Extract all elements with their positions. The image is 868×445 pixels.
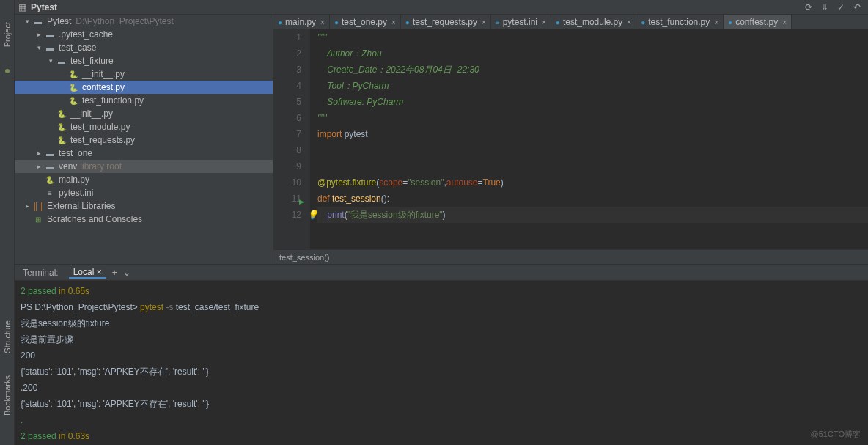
close-icon[interactable]: × (627, 18, 631, 26)
close-icon[interactable]: × (542, 18, 546, 26)
tree-item-label: test_function.py (82, 95, 144, 106)
gutter-line[interactable]: 12 (273, 207, 301, 223)
chevron-icon[interactable]: ▾ (49, 57, 56, 65)
python-file-icon: 🐍 (56, 122, 67, 132)
chevron-icon[interactable]: ▸ (37, 150, 45, 157)
close-icon[interactable]: × (782, 18, 787, 26)
tree-item-label: test_requests.py (70, 135, 135, 145)
rail-structure[interactable]: Structure (3, 320, 12, 353)
folder-icon: ▦ (18, 2, 26, 12)
code-line[interactable]: Tool：PyCharm (317, 78, 868, 94)
gutter-line[interactable]: 7 (273, 126, 301, 142)
tree-item-test_case[interactable]: ▾▬test_case (15, 41, 273, 54)
main-area: ▦ Pytest ⟳ ⇩ ✓ ↶ ▾▬PytestD:\Python_Proje… (15, 0, 868, 445)
chevron-icon[interactable]: ▸ (37, 31, 45, 38)
code-line[interactable] (317, 158, 868, 174)
code-line[interactable]: Author：Zhou (317, 45, 868, 62)
code-line[interactable]: 💡 print("我是session级的fixture") (317, 207, 868, 223)
gutter-line[interactable]: 2 (273, 45, 301, 62)
chevron-icon[interactable]: ▸ (26, 202, 33, 210)
code-line[interactable]: Software: PyCharm (317, 94, 868, 110)
close-icon[interactable]: × (320, 18, 325, 26)
tab-test_function-py[interactable]: ●test_function.py× (636, 15, 724, 29)
tab-test_one-py[interactable]: ●test_one.py× (330, 15, 401, 29)
lightbulb-icon[interactable]: 💡 (307, 207, 318, 223)
commit-icon[interactable]: ✓ (837, 2, 845, 12)
tree-item-Pytest[interactable]: ▾▬PytestD:\Python_Project\Pytest (15, 15, 273, 28)
folder-icon: ▬ (33, 16, 43, 26)
tab-pytest-ini[interactable]: ≡pytest.ini× (491, 15, 551, 29)
chevron-icon[interactable]: ▾ (37, 44, 45, 51)
close-icon[interactable]: × (482, 18, 486, 26)
tab-label: test_requests.py (413, 17, 477, 27)
gutter-line[interactable]: 6 (273, 110, 301, 126)
code-line[interactable]: import pytest (317, 126, 868, 142)
chevron-icon[interactable]: ▾ (26, 18, 33, 25)
refresh-icon[interactable]: ⟳ (805, 2, 812, 12)
tree-item-test_function-py[interactable]: 🐍test_function.py (15, 94, 273, 107)
tab-main-py[interactable]: ●main.py× (273, 15, 330, 29)
add-terminal-icon[interactable]: + (112, 268, 117, 278)
tree-item-__init__-py[interactable]: 🐍__init__.py (15, 67, 273, 81)
terminal-body[interactable]: 2 passed in 0.65sPS D:\Python_Project\Py… (15, 281, 868, 445)
rail-dot-icon (5, 69, 10, 73)
rail-bookmarks[interactable]: Bookmarks (3, 375, 12, 416)
tree-item-venv[interactable]: ▸▬venvlibrary root (15, 160, 273, 173)
tree-item--pytest_cache[interactable]: ▸▬.pytest_cache (15, 28, 273, 41)
file-icon: ≡ (496, 18, 500, 26)
terminal-line: 2 passed in 0.65s (21, 283, 862, 299)
tab-test_module-py[interactable]: ●test_module.py× (551, 15, 636, 29)
tree-item-test_requests-py[interactable]: 🐍test_requests.py (15, 133, 273, 147)
tree-item-__init__-py[interactable]: 🐍__init__.py (15, 107, 273, 120)
tree-item-label: conftest.py (82, 82, 125, 92)
tree-item-label: test_module.py (70, 122, 130, 132)
project-tree[interactable]: ▾▬PytestD:\Python_Project\Pytest▸▬.pytes… (15, 15, 273, 264)
terminal-tab-local[interactable]: Local × (69, 267, 106, 279)
code-line[interactable]: def test_session(): (317, 191, 868, 207)
tab-label: test_function.py (648, 17, 710, 27)
gutter-line[interactable]: 4 (273, 78, 301, 94)
gutter-line[interactable]: 1 (273, 29, 301, 45)
close-icon[interactable]: × (714, 18, 718, 26)
code-line[interactable]: """ (317, 110, 868, 126)
terminal-line: {'status': '101', 'msg': 'APPKEY不存在', 'r… (21, 396, 862, 412)
gutter-line[interactable]: 5 (273, 94, 301, 110)
tab-test_requests-py[interactable]: ●test_requests.py× (401, 15, 491, 29)
project-name[interactable]: Pytest (31, 2, 57, 12)
code-line[interactable]: """ (317, 29, 868, 45)
close-icon[interactable]: × (391, 18, 396, 26)
library-icon: ║║ (33, 201, 43, 211)
tree-item-test_module-py[interactable]: 🐍test_module.py (15, 120, 273, 133)
tab-conftest-py[interactable]: ●conftest.py× (724, 15, 792, 29)
gutter-line[interactable]: 3 (273, 62, 301, 78)
gutter-line[interactable]: 11▶ (273, 191, 301, 207)
code-area[interactable]: 1234567891011▶12 """ Author：Zhou Create_… (273, 29, 868, 249)
gutter-line[interactable]: 8 (273, 142, 301, 158)
code-line[interactable]: @pytest.fixture(scope="session",autouse=… (317, 174, 868, 191)
tab-label: pytest.ini (503, 17, 537, 27)
gutter-line[interactable]: 10 (273, 174, 301, 191)
watermark: @51CTO博客 (811, 426, 861, 442)
terminal-panel: Terminal: Local × + ⌄ 2 passed in 0.65sP… (15, 264, 868, 445)
tree-item-main-py[interactable]: 🐍main.py (15, 173, 273, 186)
tree-item-test_one[interactable]: ▸▬test_one (15, 147, 273, 160)
gutter-line[interactable]: 9 (273, 158, 301, 174)
rail-project[interactable]: Project (3, 22, 12, 47)
tab-label: test_one.py (342, 17, 387, 27)
terminal-dropdown-icon[interactable]: ⌄ (123, 268, 130, 278)
tree-item-pytest-ini[interactable]: ≡pytest.ini (15, 186, 273, 199)
tree-item-test_fixture[interactable]: ▾▬test_fixture (15, 54, 273, 67)
code-line[interactable]: Create_Date：2022年08月04日--22:30 (317, 62, 868, 78)
tree-item-External-Libraries[interactable]: ▸║║External Libraries (15, 199, 273, 213)
close-icon[interactable]: × (97, 267, 102, 277)
code-lines[interactable]: """ Author：Zhou Create_Date：2022年08月04日-… (310, 29, 868, 249)
download-icon[interactable]: ⇩ (821, 2, 828, 12)
code-line[interactable] (317, 142, 868, 158)
chevron-icon[interactable]: ▸ (37, 163, 45, 170)
editor-breadcrumb[interactable]: test_session() (273, 249, 868, 264)
content-area: ▾▬PytestD:\Python_Project\Pytest▸▬.pytes… (15, 15, 868, 264)
history-icon[interactable]: ↶ (853, 2, 861, 12)
tree-item-Scratches-and-Consoles[interactable]: ⊞Scratches and Consoles (15, 213, 273, 226)
folder-icon: ▬ (45, 161, 55, 172)
tree-item-conftest-py[interactable]: 🐍conftest.py (15, 81, 273, 94)
